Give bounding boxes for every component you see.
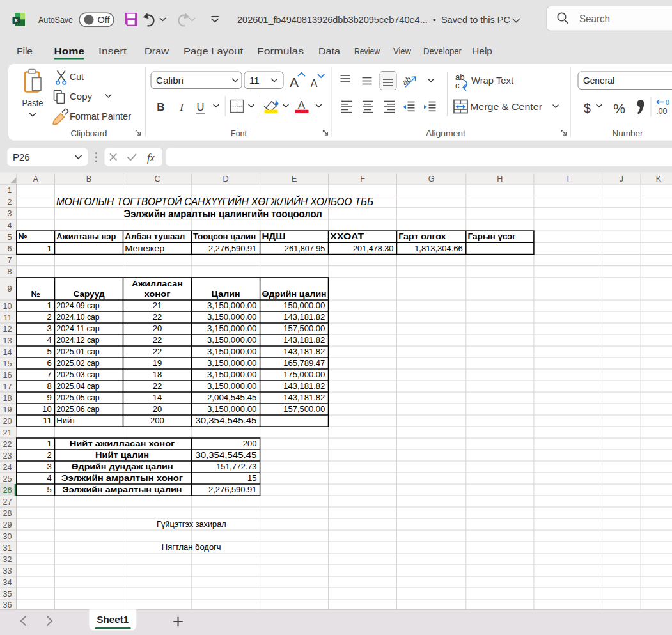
svg-text:Cut: Cut (70, 72, 84, 82)
svg-text:2024.09 сар: 2024.09 сар (56, 301, 99, 310)
svg-text:15: 15 (247, 473, 256, 483)
svg-text:11: 11 (4, 313, 12, 322)
svg-text:%: % (613, 101, 625, 116)
svg-text:22: 22 (153, 347, 162, 356)
svg-text:11: 11 (249, 75, 260, 86)
svg-text:Merge & Center: Merge & Center (470, 102, 542, 112)
svg-text:19: 19 (3, 405, 12, 414)
svg-text:General: General (583, 75, 614, 86)
svg-text:Sheet1: Sheet1 (97, 615, 129, 625)
svg-text:3,150,000.00: 3,150,000.00 (207, 381, 256, 391)
svg-text:x: x (14, 16, 18, 24)
svg-text:15: 15 (3, 359, 12, 368)
svg-text:хоног: хоног (144, 289, 171, 299)
svg-text:.00: .00 (656, 107, 667, 116)
svg-text:Менежер: Менежер (125, 244, 164, 253)
svg-text:143,181.82: 143,181.82 (283, 312, 325, 322)
svg-text:2024.12 сар: 2024.12 сар (56, 335, 99, 345)
svg-text:201,478.30: 201,478.30 (353, 244, 393, 253)
svg-text:20: 20 (153, 404, 162, 414)
svg-text:32: 32 (3, 555, 12, 564)
svg-text:9: 9 (8, 285, 12, 294)
svg-text:ХХОАТ: ХХОАТ (330, 231, 364, 241)
svg-text:21: 21 (3, 428, 12, 437)
svg-text:22: 22 (153, 335, 162, 345)
svg-text:150,000.00: 150,000.00 (283, 301, 325, 310)
svg-text:Ажилтаны нэр: Ажилтаны нэр (56, 231, 116, 241)
svg-text:151,772.73: 151,772.73 (216, 462, 256, 471)
svg-text:МОНГОЛЫН ТОГТВОРТОЙ САНХҮҮГИЙН: МОНГОЛЫН ТОГТВОРТОЙ САНХҮҮГИЙН ХӨГЖЛИЙН … (56, 195, 373, 208)
svg-text:1: 1 (47, 301, 52, 310)
svg-text:Өдрийн цалин: Өдрийн цалин (262, 289, 327, 299)
svg-text:G: G (428, 175, 435, 184)
svg-text:202601_fb4940813926dbb3b2095ce: 202601_fb4940813926dbb3b2095ceb740e4... … (237, 14, 510, 25)
svg-text:143,181.82: 143,181.82 (283, 381, 325, 391)
svg-text:C: C (154, 175, 160, 184)
svg-text:33: 33 (3, 567, 12, 576)
svg-text:Help: Help (472, 45, 492, 56)
svg-text:A: A (311, 78, 318, 89)
svg-text:2025.04 сар: 2025.04 сар (56, 381, 99, 391)
svg-text:5: 5 (8, 233, 12, 242)
svg-text:4: 4 (47, 473, 52, 483)
svg-text:8: 8 (8, 267, 12, 276)
svg-text:30,354,545.45: 30,354,545.45 (195, 416, 256, 425)
svg-text:14: 14 (3, 348, 12, 357)
svg-text:165,789.47: 165,789.47 (283, 358, 325, 368)
svg-text:21: 21 (153, 301, 162, 310)
svg-text:1: 1 (47, 244, 52, 253)
svg-text:P26: P26 (13, 152, 30, 162)
svg-text:26: 26 (3, 486, 12, 495)
svg-text:E: E (292, 175, 297, 184)
svg-text:Off: Off (98, 15, 111, 25)
svg-text:K: K (656, 175, 662, 184)
svg-text:13: 13 (3, 336, 12, 345)
svg-text:22: 22 (153, 312, 162, 322)
svg-text:Alignment: Alignment (426, 129, 466, 138)
svg-text:2025.03 сар: 2025.03 сар (56, 370, 99, 379)
svg-text:4: 4 (47, 335, 52, 345)
svg-text:18: 18 (153, 370, 162, 379)
svg-text:2: 2 (8, 198, 12, 207)
svg-text:Сарууд: Сарууд (74, 289, 105, 299)
svg-text:3: 3 (8, 209, 12, 218)
svg-text:Search: Search (579, 13, 610, 24)
svg-text:Formulas: Formulas (257, 45, 304, 56)
svg-text:3,150,000.00: 3,150,000.00 (207, 404, 256, 414)
svg-text:H: H (497, 175, 503, 184)
svg-text:Clipboard: Clipboard (71, 129, 107, 138)
svg-text:24: 24 (3, 463, 12, 472)
svg-text:11: 11 (43, 416, 52, 425)
svg-text:143,181.82: 143,181.82 (283, 335, 325, 345)
svg-text:2,004,545.45: 2,004,545.45 (207, 393, 256, 402)
svg-text:Тооцсон цалин: Тооцсон цалин (193, 231, 256, 241)
svg-text:8: 8 (47, 381, 52, 391)
svg-text:5: 5 (47, 485, 52, 494)
svg-text:Paste: Paste (22, 98, 43, 108)
svg-text:200: 200 (150, 416, 164, 425)
svg-text:2025.02 сар: 2025.02 сар (56, 358, 99, 368)
svg-text:0: 0 (666, 98, 669, 106)
svg-text:2: 2 (47, 450, 52, 460)
svg-text:4: 4 (8, 221, 12, 230)
svg-text:3,150,000.00: 3,150,000.00 (207, 301, 256, 310)
svg-text:261,807.95: 261,807.95 (285, 244, 325, 253)
svg-text:I: I (567, 175, 568, 184)
svg-text:Ээлжийн амралтын цалин: Ээлжийн амралтын цалин (63, 485, 182, 494)
svg-text:Гарын үсэг: Гарын үсэг (468, 231, 517, 241)
svg-text:A: A (33, 175, 38, 184)
svg-text:36: 36 (3, 600, 12, 609)
svg-text:34: 34 (3, 578, 12, 587)
svg-text:3,150,000.00: 3,150,000.00 (207, 324, 256, 333)
svg-text:17: 17 (3, 382, 12, 391)
svg-text:Гүйцэтгэх захирал: Гүйцэтгэх захирал (157, 519, 226, 529)
svg-text:Review: Review (354, 45, 380, 56)
svg-text:Ажилласан: Ажилласан (132, 279, 183, 288)
svg-text:Гарт олгох: Гарт олгох (398, 231, 446, 241)
svg-text:20: 20 (153, 324, 162, 333)
svg-text:U: U (197, 101, 205, 113)
svg-text:2,276,590.91: 2,276,590.91 (208, 244, 256, 253)
svg-text:10: 10 (42, 404, 51, 414)
svg-text:View: View (393, 45, 411, 56)
svg-text:3: 3 (47, 462, 52, 471)
